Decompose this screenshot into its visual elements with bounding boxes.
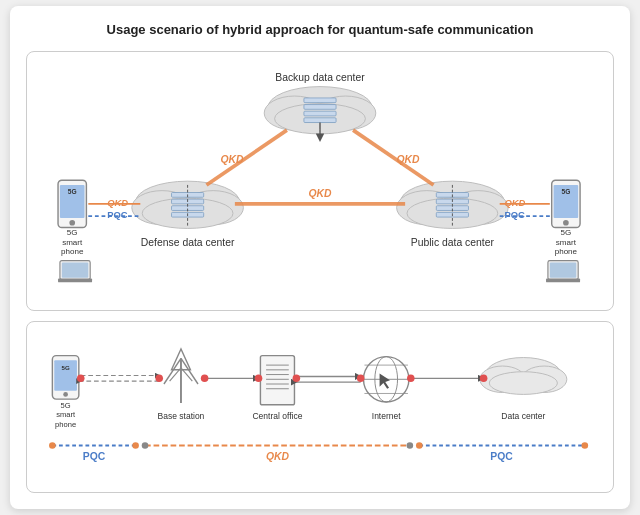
svg-text:5G: 5G <box>68 189 77 196</box>
defense-dc-label: Defense data center <box>141 238 235 249</box>
svg-rect-38 <box>62 263 88 278</box>
pqc-label-right-device: PQC <box>504 209 525 220</box>
svg-rect-37 <box>58 279 92 283</box>
svg-text:smart: smart <box>56 410 76 419</box>
qkd-label-middle: QKD <box>308 188 332 199</box>
svg-rect-49 <box>546 279 580 283</box>
svg-rect-50 <box>550 263 576 278</box>
svg-text:Internet: Internet <box>372 411 401 421</box>
bottom-section: 5G 5G smart phone Base station Central o… <box>26 321 614 493</box>
qkd-label-right-device: QKD <box>504 197 525 208</box>
backup-dc-label: Backup data center <box>275 72 365 83</box>
svg-point-96 <box>155 374 163 382</box>
page-title: Usage scenario of hybrid approach for qu… <box>26 22 614 37</box>
qkd-label-right: QKD <box>396 154 420 165</box>
svg-point-105 <box>132 442 139 449</box>
svg-point-43 <box>563 220 569 226</box>
svg-text:5G: 5G <box>62 364 70 371</box>
svg-point-57 <box>63 392 68 397</box>
svg-text:phone: phone <box>555 247 578 256</box>
pqc-left-label: PQC <box>83 451 106 462</box>
pqc-right-label: PQC <box>490 451 513 462</box>
qkd-label-left: QKD <box>221 154 245 165</box>
svg-point-111 <box>581 442 588 449</box>
svg-marker-82 <box>380 374 390 389</box>
svg-point-102 <box>480 374 488 382</box>
svg-point-87 <box>489 372 557 395</box>
svg-text:5G: 5G <box>561 228 572 237</box>
svg-text:Central office: Central office <box>252 411 302 421</box>
svg-rect-69 <box>260 356 294 405</box>
svg-text:↕: ↕ <box>318 126 322 135</box>
svg-point-100 <box>357 374 365 382</box>
svg-text:phone: phone <box>61 247 84 256</box>
svg-text:Data center: Data center <box>501 411 545 421</box>
svg-rect-5 <box>304 105 336 110</box>
main-container: Usage scenario of hybrid approach for qu… <box>10 6 630 509</box>
qkd-label-left-device: QKD <box>107 197 128 208</box>
svg-point-107 <box>142 442 149 449</box>
svg-rect-4 <box>304 98 336 103</box>
bottom-diagram: 5G 5G smart phone Base station Central o… <box>41 332 599 474</box>
svg-point-104 <box>49 442 56 449</box>
svg-point-99 <box>293 374 301 382</box>
svg-text:phone: phone <box>55 419 76 428</box>
top-section: ↕ Backup data center <box>26 51 614 311</box>
svg-text:smart: smart <box>556 238 577 247</box>
svg-line-26 <box>207 130 287 185</box>
svg-text:5G: 5G <box>561 189 570 196</box>
svg-text:5G: 5G <box>67 228 78 237</box>
svg-point-31 <box>69 220 75 226</box>
svg-point-101 <box>407 374 415 382</box>
svg-text:5G: 5G <box>61 401 71 410</box>
svg-line-27 <box>353 130 433 185</box>
svg-point-98 <box>255 374 263 382</box>
svg-text:smart: smart <box>62 238 83 247</box>
svg-point-95 <box>77 374 85 382</box>
svg-rect-6 <box>304 111 336 116</box>
svg-rect-7 <box>304 118 336 123</box>
svg-point-110 <box>416 442 423 449</box>
svg-text:Base station: Base station <box>158 411 205 421</box>
svg-point-97 <box>201 374 209 382</box>
pqc-label-left-device: PQC <box>107 209 128 220</box>
qkd-bottom-label: QKD <box>266 451 290 462</box>
svg-point-108 <box>407 442 414 449</box>
public-dc-label: Public data center <box>411 238 495 249</box>
top-diagram: ↕ Backup data center <box>41 62 599 294</box>
